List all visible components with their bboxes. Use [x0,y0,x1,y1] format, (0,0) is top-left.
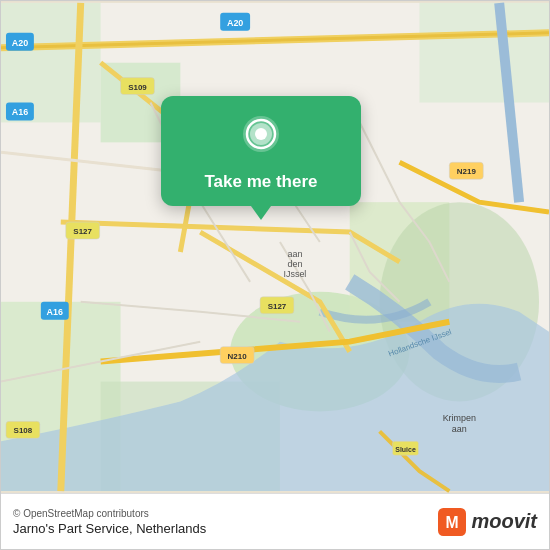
moovit-logo: M moovit [438,508,537,536]
take-me-there-button[interactable]: Take me there [204,172,317,192]
moovit-icon: M [438,508,466,536]
svg-text:A20: A20 [12,38,28,48]
footer: © OpenStreetMap contributors Jarno's Par… [1,493,549,549]
moovit-text: moovit [471,510,537,533]
svg-rect-5 [419,3,549,103]
svg-text:A20: A20 [227,18,243,28]
location-name: Jarno's Part Service, Netherlands [13,521,206,536]
svg-text:S109: S109 [128,83,147,92]
svg-text:aan: aan [452,424,467,434]
map-area: A20 A16 A16 A20 S109 S127 S127 N219 N210 [1,1,549,493]
popup-card[interactable]: Take me there [161,96,361,206]
svg-point-39 [255,128,267,140]
svg-text:Krimpen: Krimpen [443,413,476,423]
app-container: A20 A16 A16 A20 S109 S127 S127 N219 N210 [0,0,550,550]
map-background: A20 A16 A16 A20 S109 S127 S127 N219 N210 [1,1,549,493]
svg-text:N219: N219 [457,167,477,176]
svg-text:A16: A16 [12,107,28,117]
attribution-text: © OpenStreetMap contributors [13,508,206,519]
svg-text:Sluice: Sluice [395,446,416,453]
map-pin-icon [237,114,285,162]
svg-text:S127: S127 [268,302,287,311]
svg-text:S108: S108 [14,426,33,435]
svg-text:S127: S127 [73,227,92,236]
svg-text:den: den [287,259,302,269]
footer-left: © OpenStreetMap contributors Jarno's Par… [13,508,206,536]
svg-text:M: M [446,514,459,531]
svg-text:A16: A16 [47,307,63,317]
svg-text:aan: aan [287,249,302,259]
svg-text:IJssel: IJssel [283,269,306,279]
svg-text:N210: N210 [228,352,248,361]
